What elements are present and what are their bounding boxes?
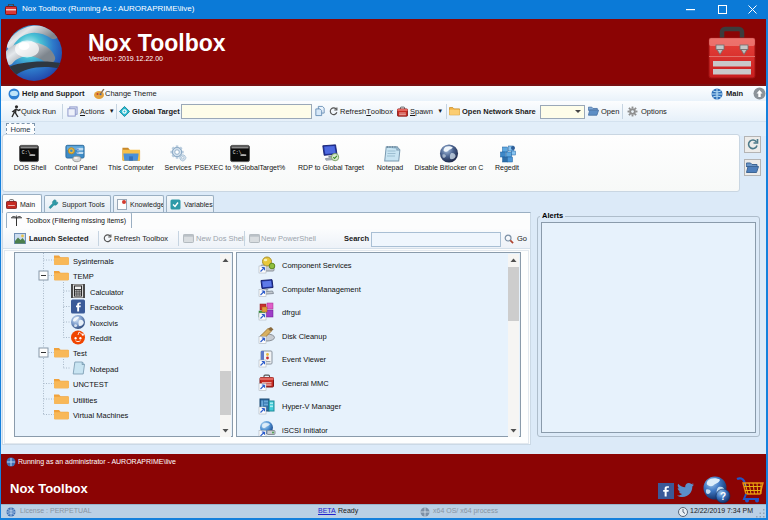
svg-text:?: ?: [720, 491, 726, 502]
svg-text:C:\_: C:\_: [22, 150, 34, 155]
svg-text:iSCSI Initiator: iSCSI Initiator: [282, 426, 328, 435]
svg-text:General MMC: General MMC: [282, 379, 329, 388]
svg-text:UNCTEST: UNCTEST: [73, 380, 109, 389]
svg-text:Computer Management: Computer Management: [282, 285, 362, 294]
svg-text:Hyper-V Manager: Hyper-V Manager: [282, 402, 342, 411]
svg-text:Virtual Machines: Virtual Machines: [73, 411, 129, 420]
svg-text:Component Services: Component Services: [282, 261, 352, 270]
svg-text:Utilities: Utilities: [73, 396, 97, 405]
svg-text:Calculator: Calculator: [90, 288, 124, 297]
svg-text:Notepad: Notepad: [90, 365, 118, 374]
svg-text:Sysinternals: Sysinternals: [73, 257, 114, 266]
svg-text:Facebook: Facebook: [90, 303, 123, 312]
svg-text:C:\_: C:\_: [233, 150, 245, 155]
svg-text:Event Viewer: Event Viewer: [282, 355, 327, 364]
svg-text:TEMP: TEMP: [73, 272, 94, 281]
svg-text:Noxcivis: Noxcivis: [90, 319, 118, 328]
svg-text:Disk Cleanup: Disk Cleanup: [282, 332, 327, 341]
svg-text:Reddit: Reddit: [90, 334, 113, 343]
svg-text:Test: Test: [73, 349, 88, 358]
svg-text:dfrgui: dfrgui: [282, 308, 301, 317]
